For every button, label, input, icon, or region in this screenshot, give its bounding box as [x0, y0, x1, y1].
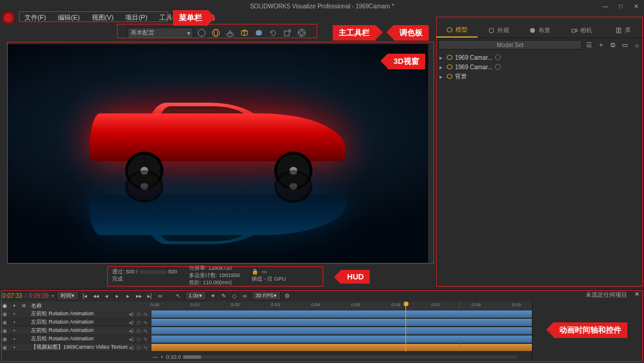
tree-item-label: 1969 Camar...	[455, 64, 493, 70]
timeline-close-button[interactable]: ✕	[634, 291, 639, 297]
timeline-mode-dropdown[interactable]: 时间 ▾	[57, 291, 79, 300]
refresh-icon[interactable]	[267, 27, 279, 39]
palette-tab-appearance-label: 外观	[497, 26, 509, 35]
key-icon[interactable]: ◇	[135, 344, 142, 351]
curve-icon[interactable]: ∿	[142, 319, 149, 326]
tree-item[interactable]: ▸1969 Camar...	[439, 62, 640, 72]
timeline-row[interactable]: ◉•左后轮 Rotation Animation◂)◇∿	[0, 335, 150, 343]
ruler-tick: 0:00	[150, 302, 160, 307]
menu-edit[interactable]: 编辑(E)	[52, 13, 85, 23]
speaker-icon[interactable]: ◂)	[128, 344, 135, 351]
timeline-zoom-handle[interactable]	[183, 355, 201, 359]
eye-icon[interactable]: ◉	[0, 303, 10, 309]
timeline-clip[interactable]	[151, 319, 576, 326]
stagger-icon[interactable]: ⤨	[19, 303, 29, 309]
ring-icon[interactable]	[495, 64, 501, 70]
palette-dropdown[interactable]: Model Set	[438, 40, 582, 50]
timeline-playhead[interactable]	[405, 302, 406, 352]
svg-point-6	[489, 28, 494, 33]
settings-icon[interactable]: ⚙	[283, 291, 292, 300]
palette-tab-appearance[interactable]: 外观	[478, 23, 519, 38]
export-icon[interactable]	[281, 27, 293, 39]
link-icon[interactable]: ∞	[241, 291, 249, 300]
curve-icon[interactable]: ∿	[142, 344, 149, 351]
timeline-row-label: 左后轮 Rotation Animation	[29, 335, 128, 343]
history-icon[interactable]	[196, 27, 208, 39]
menu-project[interactable]: 项目(P)	[120, 13, 153, 23]
viewport-3d[interactable]	[7, 44, 428, 263]
menu-bar: 文件(F) 编辑(E) 视图(V) 项目(P) 工具(T) 帮助(H)	[0, 12, 644, 23]
hud-poly-label: 多边形计数:	[189, 272, 218, 278]
menu-file[interactable]: 文件(F)	[19, 13, 51, 23]
timeline-clip[interactable]	[151, 336, 576, 343]
aperture-icon[interactable]	[296, 27, 308, 39]
palette-tab-library[interactable]: 库	[602, 23, 644, 38]
wand-icon[interactable]: ✦	[209, 291, 217, 300]
speaker-icon[interactable]: ◂)	[128, 310, 135, 318]
timeline-row[interactable]: ◉•左前轮 Rotation Animation◂)◇∿	[0, 327, 150, 335]
goto-end-icon[interactable]: ▸|	[145, 291, 154, 300]
loop-icon[interactable]: ∞	[156, 291, 165, 300]
svg-rect-10	[619, 28, 621, 33]
curve-icon[interactable]: ∿	[142, 327, 149, 334]
palette-dropdown-label: Model Set	[497, 42, 524, 48]
folder-icon[interactable]: ▭	[620, 40, 630, 50]
copy-icon[interactable]: ⧉	[608, 40, 618, 50]
tree-item[interactable]: ▸1969 Camar...	[439, 53, 640, 62]
cursor-icon[interactable]: ↖	[174, 291, 182, 300]
search-icon[interactable]: ⌕	[632, 40, 642, 50]
cube-solid-icon[interactable]	[253, 27, 265, 39]
timeline-clip[interactable]	[151, 327, 576, 334]
palette-tab-camera[interactable]: 相机	[561, 23, 602, 38]
timeline-clip[interactable]	[151, 344, 546, 351]
dot-icon[interactable]: •	[10, 303, 19, 309]
config-dropdown[interactable]: 基本配置▾	[128, 27, 193, 38]
app-title: SOLIDWORKS Visualize Professional - 1969…	[0, 3, 644, 10]
palette-tab-model[interactable]: 模型	[436, 23, 478, 38]
globe-icon[interactable]	[210, 27, 222, 39]
key-icon[interactable]: ◇	[135, 327, 142, 334]
ruler-tick: 0:04	[311, 302, 320, 307]
timeline-row[interactable]: ◉•左前轮 Rotation Animation◂)◇∿	[0, 310, 150, 318]
window-maximize-button[interactable]: □	[617, 3, 625, 10]
goto-start-icon[interactable]: |◂	[81, 291, 89, 300]
window-minimize-button[interactable]: —	[601, 3, 609, 10]
ruler-tick: 0:05	[351, 302, 361, 307]
lock-icon[interactable]: 🔒	[252, 269, 258, 276]
step-back-icon[interactable]: ◂	[103, 291, 111, 300]
hud-res: 1280x720	[208, 265, 232, 271]
timeline-fps-dropdown[interactable]: 30 FPS ▾	[252, 291, 281, 300]
speaker-icon[interactable]: ◂)	[128, 319, 135, 326]
pen-icon[interactable]: ✎	[219, 291, 228, 300]
timeline-row[interactable]: ◉•左后轮 Rotation Animation◂)◇∿	[0, 318, 150, 327]
key-icon[interactable]: ◇	[230, 291, 239, 300]
next-frame-icon[interactable]: ▸▸	[135, 291, 143, 300]
tree-item[interactable]: ▸背景	[439, 72, 640, 81]
cube-wire-icon[interactable]	[239, 27, 250, 39]
curve-icon[interactable]: ∿	[142, 310, 149, 318]
play-icon[interactable]: ▸	[113, 291, 122, 300]
step-fwd-icon[interactable]: ▸	[124, 291, 132, 300]
curve-icon[interactable]: ∿	[142, 336, 149, 343]
ruler-tick: 0:03	[271, 302, 280, 307]
window-close-button[interactable]: ✕	[632, 3, 640, 10]
speaker-icon[interactable]: ◂)	[128, 327, 135, 334]
car-reflection	[89, 169, 346, 245]
turntable-icon[interactable]	[224, 27, 236, 39]
add-icon[interactable]: +	[596, 40, 606, 50]
timeline-row[interactable]: ◉•【视频贴图】1969Camaro Video Texture Animati…	[0, 343, 150, 352]
list-view-icon[interactable]: ☰	[584, 40, 594, 50]
key-icon[interactable]: ◇	[135, 319, 142, 326]
callout-maintoolbar: 主工具栏	[333, 25, 376, 41]
menu-view[interactable]: 视图(V)	[86, 13, 119, 23]
prev-frame-icon[interactable]: ◂◂	[92, 291, 100, 300]
timeline-speed-dropdown[interactable]: 1.0x ▾	[185, 291, 206, 300]
ring-icon[interactable]	[495, 54, 501, 60]
chip-icon[interactable]: ▭	[262, 269, 267, 276]
speaker-icon[interactable]: ◂)	[128, 336, 135, 343]
palette-tab-scene[interactable]: 布景	[519, 23, 561, 38]
key-icon[interactable]: ◇	[135, 310, 142, 318]
timeline-clip[interactable]	[151, 310, 576, 318]
key-icon[interactable]: ◇	[135, 336, 142, 343]
timeline-zoom-slider[interactable]	[183, 355, 517, 359]
